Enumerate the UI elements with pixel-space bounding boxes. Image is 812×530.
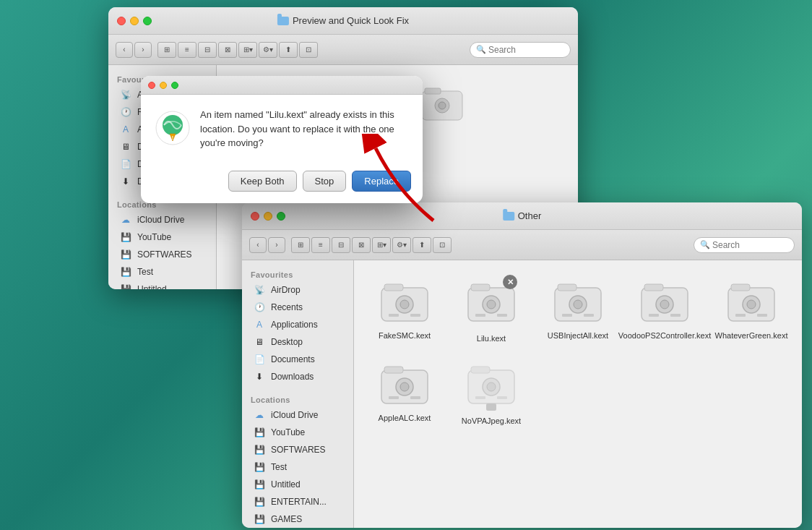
search-input-1[interactable]	[488, 45, 564, 55]
back-button-2[interactable]: ‹	[249, 237, 267, 253]
back-button-1[interactable]: ‹	[116, 42, 133, 58]
kext-item-1c[interactable]	[419, 80, 465, 130]
sidebar-item-desktop-2[interactable]: 🖥 Desktop	[245, 333, 350, 351]
kext-icon-1c	[419, 80, 465, 126]
documents-icon-1: 📄	[120, 158, 131, 170]
share-2[interactable]: ⬆	[413, 237, 431, 253]
sidebar-item-entertain-2[interactable]: 💾 ENTERTAIN...	[245, 493, 350, 510]
locations-label-2: Locations	[242, 391, 353, 406]
forward-button-1[interactable]: ›	[134, 42, 152, 58]
file-fakesmc[interactable]: FakeSMC.kext	[368, 275, 441, 343]
minimize-button-2[interactable]	[264, 212, 272, 221]
favourites-label-2: Favourites	[242, 266, 353, 281]
svg-rect-31	[497, 314, 507, 317]
minimize-button-1[interactable]	[130, 17, 139, 25]
dialog-minimize[interactable]	[160, 82, 167, 89]
icon-view-1[interactable]: ⊞	[157, 42, 176, 58]
drive-icon-untitled-1: 💾	[120, 283, 131, 289]
sidebar-item-icloud-2[interactable]: ☁ iCloud Drive	[245, 406, 350, 424]
svg-text:!: !	[172, 135, 173, 140]
file-label-whatevergreen: WhateverGreen.kext	[715, 331, 788, 340]
file-label-usbinjectall: USBInjectAll.kext	[548, 331, 608, 340]
column-view-1[interactable]: ⊟	[198, 42, 217, 58]
sidebar-item-youtube-2[interactable]: 💾 YouTube	[245, 424, 350, 441]
list-view-2[interactable]: ≡	[311, 237, 330, 253]
svg-rect-51	[384, 367, 403, 373]
file-applealc[interactable]: AppleALC.kext	[368, 357, 441, 425]
svg-rect-12	[425, 88, 441, 94]
move-badge: ✕	[503, 275, 517, 289]
arrange-2[interactable]: ⊞▾	[372, 237, 391, 253]
maximize-button-1[interactable]	[143, 17, 152, 25]
share-1[interactable]: ⬆	[279, 42, 298, 58]
file-voodoops2[interactable]: VoodooPS2Controller.kext	[629, 275, 701, 343]
maximize-button-2[interactable]	[277, 212, 285, 221]
svg-point-47	[747, 300, 756, 309]
tag-1[interactable]: ⊡	[299, 42, 318, 58]
arrange-1[interactable]: ⊞▾	[238, 42, 257, 58]
file-whatevergreen[interactable]: WhateverGreen.kext	[715, 275, 787, 343]
icon-view-2[interactable]: ⊞	[291, 237, 310, 253]
svg-point-35	[574, 300, 582, 309]
action-1[interactable]: ⚙▾	[259, 42, 277, 58]
documents-icon-2: 📄	[254, 354, 265, 365]
dialog-close[interactable]	[148, 82, 155, 89]
sidebar-item-games-2[interactable]: 💾 GAMES	[245, 510, 350, 528]
sidebar-item-test-2[interactable]: 💾 Test	[245, 458, 350, 476]
svg-rect-55	[410, 396, 420, 399]
finder-window-2[interactable]: Other ‹ › ⊞ ≡ ⊟ ⊠ ⊞▾ ⚙▾ ⬆ ⊡ 🔍 Favourites…	[242, 202, 802, 528]
column-view-2[interactable]: ⊟	[332, 237, 350, 253]
sidebar-item-downloads-2[interactable]: ⬇ Downloads	[245, 368, 350, 385]
sidebar-2: Favourites 📡 AirDrop 🕐 Recents A Applica…	[242, 260, 354, 528]
stop-button[interactable]: Stop	[303, 171, 347, 192]
view-buttons-1: ⊞ ≡ ⊟ ⊠ ⊞▾ ⚙▾ ⬆ ⊡	[157, 42, 318, 58]
kext-icon-novpajpeg	[465, 357, 517, 409]
drive-icon-untitled-2: 💾	[254, 479, 265, 490]
sidebar-item-applications-2[interactable]: A Applications	[245, 316, 350, 333]
kext-icon-usbinjectall	[552, 275, 604, 327]
sidebar-item-untitled-1[interactable]: 💾 Untitled	[111, 281, 213, 289]
airdrop-icon-2: 📡	[254, 284, 265, 296]
replace-button[interactable]: Replace	[352, 171, 411, 192]
gallery-view-1[interactable]: ⊠	[218, 42, 237, 58]
window-title-2: Other	[503, 210, 542, 221]
gallery-view-2[interactable]: ⊠	[352, 237, 371, 253]
tag-2[interactable]: ⊡	[433, 237, 452, 253]
svg-rect-57	[471, 367, 490, 373]
svg-rect-43	[670, 314, 681, 317]
applications-icon-2: A	[254, 319, 265, 330]
sidebar-item-airdrop-2[interactable]: 📡 AirDrop	[245, 281, 350, 299]
search-bar-2[interactable]: 🔍	[694, 237, 795, 253]
search-input-2[interactable]	[712, 240, 788, 250]
sidebar-item-recents-2[interactable]: 🕐 Recents	[245, 299, 350, 316]
nav-buttons-2: ‹ ›	[249, 237, 285, 253]
drive-icon-softwares-1: 💾	[120, 249, 131, 260]
search-icon-1: 🔍	[476, 45, 486, 54]
dialog-maximize[interactable]	[171, 82, 178, 89]
sidebar-item-softwares-1[interactable]: 💾 SOFTWARES	[111, 246, 213, 263]
sidebar-item-test-1[interactable]: 💾 Test	[111, 263, 213, 281]
forward-button-2[interactable]: ›	[268, 237, 285, 253]
close-button-1[interactable]	[117, 17, 126, 25]
sidebar-item-youtube-1[interactable]: 💾 YouTube	[111, 228, 213, 246]
sidebar-item-icloud-1[interactable]: ☁ iCloud Drive	[111, 211, 213, 228]
svg-rect-33	[558, 284, 576, 291]
svg-rect-21	[384, 284, 403, 291]
action-2[interactable]: ⚙▾	[392, 237, 411, 253]
file-lilu[interactable]: ✕ Lilu.kext	[455, 275, 527, 343]
sidebar-item-softwares-2[interactable]: 💾 SOFTWARES	[245, 441, 350, 458]
file-label-novpajpeg: NoVPAJpeg.kext	[462, 416, 521, 425]
file-usbinjectall[interactable]: USBInjectAll.kext	[542, 275, 614, 343]
svg-rect-54	[389, 396, 399, 399]
sidebar-item-documents-2[interactable]: 📄 Documents	[245, 351, 350, 368]
svg-point-53	[400, 382, 409, 391]
sidebar-item-untitled-2[interactable]: 💾 Untitled	[245, 476, 350, 493]
nav-buttons-1: ‹ ›	[116, 42, 152, 58]
icloud-icon-1: ☁	[120, 214, 131, 226]
close-button-2[interactable]	[251, 212, 259, 221]
list-view-1[interactable]: ≡	[178, 42, 196, 58]
file-novpajpeg[interactable]: NoVPAJpeg.kext	[455, 357, 527, 425]
search-bar-1[interactable]: 🔍	[470, 42, 571, 58]
kext-icon-voodoops2	[639, 275, 691, 327]
keep-both-button[interactable]: Keep Both	[228, 171, 297, 192]
